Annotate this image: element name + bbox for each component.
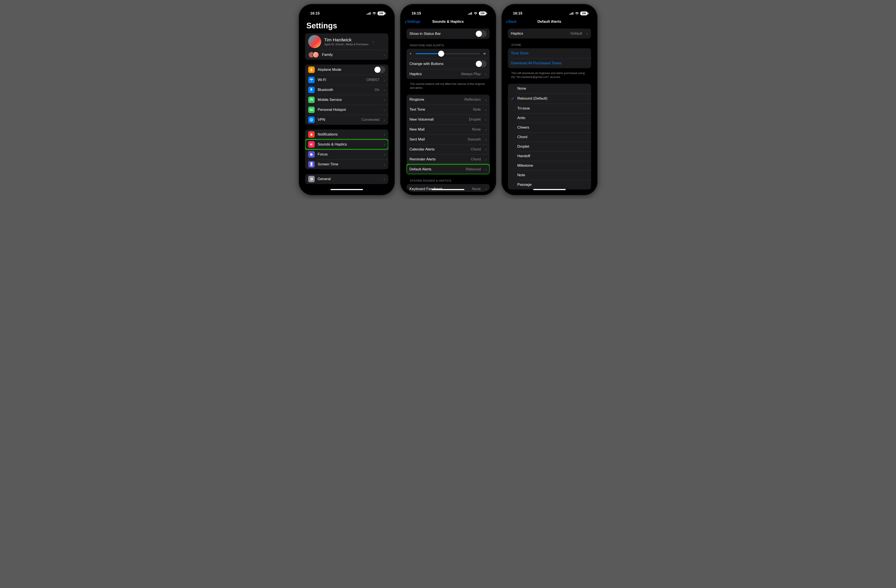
apple-id-row[interactable]: Tim Hardwick Apple ID, iCloud+, Media & …	[305, 33, 389, 50]
default-alerts-row[interactable]: Default AlertsRebound›	[407, 164, 490, 174]
bluetooth-row[interactable]: Bluetooth On ›	[305, 85, 389, 95]
chevron-right-icon: ›	[384, 117, 385, 122]
airplane-row[interactable]: Airplane Mode	[305, 64, 389, 75]
tone-option[interactable]: Cheers	[508, 123, 591, 132]
tone-option[interactable]: Tri-tone	[508, 104, 591, 113]
airplane-toggle[interactable]	[374, 66, 385, 73]
show-status-toggle[interactable]	[475, 30, 487, 37]
tone-option[interactable]: Droplet	[508, 142, 591, 151]
tone-label: Milestone	[517, 163, 533, 168]
family-label: Family	[322, 53, 379, 57]
tone-option[interactable]: None	[508, 84, 591, 93]
tone-option[interactable]: Chord	[508, 132, 591, 142]
svg-point-4	[310, 109, 311, 111]
home-indicator[interactable]	[533, 189, 566, 190]
back-button[interactable]: ‹ Back	[506, 20, 517, 24]
keyboard-value: None	[472, 187, 481, 191]
chevron-right-icon: ›	[485, 117, 487, 122]
family-avatars	[308, 52, 319, 58]
sounds-haptics-row[interactable]: Sounds & Haptics ›	[305, 140, 389, 149]
haptics-row[interactable]: Haptics Default ›	[508, 29, 591, 38]
calendar-value: Chord	[471, 147, 481, 152]
new-mail-row[interactable]: New MailNone›	[407, 125, 490, 134]
voicemail-row[interactable]: New VoicemailDroplet›	[407, 114, 490, 125]
svg-rect-12	[570, 13, 571, 15]
show-status-bar-row[interactable]: Show in Status Bar	[407, 29, 490, 39]
signal-icon	[569, 12, 574, 15]
general-row[interactable]: General ›	[305, 174, 389, 184]
dynamic-island	[434, 10, 462, 18]
change-buttons-label: Change with Buttons	[410, 62, 472, 66]
battery-icon: 100	[378, 12, 385, 15]
screentime-row[interactable]: Screen Time ›	[305, 160, 389, 169]
default-alerts-value: Rebound	[466, 167, 481, 172]
chevron-right-icon: ›	[485, 187, 487, 191]
svg-point-5	[311, 109, 313, 111]
tone-option[interactable]: Antic	[508, 113, 591, 123]
calendar-alerts-row[interactable]: Calendar AlertsChord›	[407, 144, 490, 154]
text-tone-row[interactable]: Text ToneNote›	[407, 105, 490, 114]
chevron-right-icon: ›	[384, 142, 385, 147]
back-label: Settings	[407, 20, 420, 24]
haptics-row[interactable]: Haptics Always Play ›	[407, 69, 490, 79]
tone-option[interactable]: Milestone	[508, 161, 591, 170]
tone-option[interactable]: Note	[508, 170, 591, 180]
hotspot-row[interactable]: Personal Hotspot ›	[305, 105, 389, 115]
wifi-label: Wi-Fi	[318, 78, 363, 82]
download-tones-row[interactable]: Download All Purchased Tones	[508, 58, 591, 68]
tones-list: None✓Rebound (Default)Tri-toneAnticCheer…	[508, 84, 591, 190]
avatar	[308, 35, 321, 48]
svg-rect-14	[573, 12, 573, 15]
chevron-right-icon: ›	[384, 132, 385, 137]
chevron-right-icon: ›	[587, 31, 588, 36]
back-button[interactable]: ‹ Settings	[405, 20, 421, 24]
tone-option[interactable]: Handoff	[508, 151, 591, 161]
calendar-label: Calendar Alerts	[410, 147, 468, 152]
chevron-right-icon: ›	[485, 157, 487, 162]
mobile-row[interactable]: Mobile Service ›	[305, 95, 389, 105]
gear-icon	[308, 176, 315, 182]
dynamic-island	[333, 10, 361, 18]
tone-label: Droplet	[517, 144, 529, 149]
tone-label: Chord	[517, 135, 527, 139]
svg-rect-13	[571, 12, 572, 15]
wifi-row[interactable]: Wi-Fi ORBI57 ›	[305, 75, 389, 85]
mobile-label: Mobile Service	[318, 98, 379, 102]
chevron-left-icon: ‹	[506, 20, 508, 24]
screentime-label: Screen Time	[318, 162, 379, 167]
nav-bar: ‹ Settings Sounds & Haptics	[404, 17, 493, 26]
page-title: Settings	[305, 17, 389, 33]
family-row[interactable]: Family ›	[305, 50, 389, 60]
silent-group: Show in Status Bar	[407, 29, 490, 39]
tone-label: Antic	[517, 116, 526, 120]
general-label: General	[318, 177, 379, 181]
focus-row[interactable]: Focus ›	[305, 149, 389, 160]
home-indicator[interactable]	[432, 189, 464, 190]
tone-store-row[interactable]: Tone Store	[508, 48, 591, 58]
haptics-value: Always Play	[461, 72, 481, 76]
ringtone-row[interactable]: RingtoneReflection›	[407, 94, 490, 105]
chevron-right-icon: ›	[485, 137, 487, 142]
chevron-right-icon: ›	[384, 77, 385, 82]
reminder-alerts-row[interactable]: Reminder AlertsChord›	[407, 154, 490, 164]
svg-rect-0	[367, 14, 367, 15]
vpn-row[interactable]: VPN Connected ›	[305, 115, 389, 125]
sent-mail-row[interactable]: Sent MailSwoosh›	[407, 134, 490, 144]
bluetooth-value: On	[375, 88, 379, 92]
keyboard-feedback-row[interactable]: Keyboard FeedbackNone›	[407, 184, 490, 192]
svg-rect-3	[370, 12, 370, 15]
home-indicator[interactable]	[331, 189, 363, 190]
volume-slider[interactable]	[416, 53, 480, 54]
profile-group: Tim Hardwick Apple ID, iCloud+, Media & …	[305, 33, 389, 60]
notifications-row[interactable]: Notifications ›	[305, 129, 389, 140]
sounds-label: Sounds & Haptics	[318, 142, 379, 147]
status-time: 16:15	[310, 11, 320, 15]
tone-option[interactable]: ✓Rebound (Default)	[508, 93, 591, 104]
store-header: STORE	[508, 43, 591, 48]
change-buttons-row[interactable]: Change with Buttons	[407, 59, 490, 69]
change-buttons-toggle[interactable]	[475, 61, 487, 67]
antenna-icon	[308, 97, 315, 103]
volume-slider-row[interactable]	[407, 49, 490, 59]
tone-option[interactable]: Passage	[508, 180, 591, 190]
vpn-value: Connected	[362, 117, 379, 122]
